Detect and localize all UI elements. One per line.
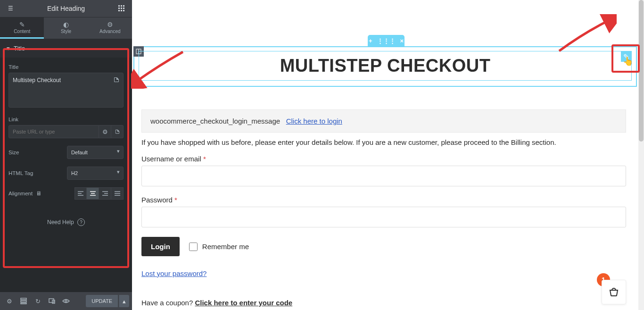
link-options-button[interactable]: ⚙ <box>99 125 111 138</box>
cart-button[interactable] <box>602 280 626 304</box>
canvas: + ⋮⋮⋮ × MULTISTEP CHECKOUT ✎ 👆 woocommer… <box>132 0 638 310</box>
htmltag-select[interactable]: H2 <box>67 167 124 180</box>
panel-header: ☰ Edit Heading <box>0 0 132 17</box>
svg-rect-8 <box>123 10 124 11</box>
link-input[interactable] <box>8 125 99 138</box>
size-label: Size <box>8 150 19 155</box>
heading-widget-frame[interactable]: MULTISTEP CHECKOUT ✎ 👆 <box>139 51 632 81</box>
alignment-label: Alignment 🖥 <box>8 191 41 196</box>
panel-footer: ⚙ ↻ UPDATE ▴ <box>0 292 132 310</box>
coupon-message: Have a coupon? Click here to enter your … <box>141 299 626 307</box>
apps-icon[interactable] <box>115 2 128 15</box>
tab-advanced-label: Advanced <box>99 29 120 34</box>
editor-panel: ☰ Edit Heading ✎ Content ◐ Style ⚙ Advan… <box>0 0 132 310</box>
edit-section-button[interactable]: ⋮⋮⋮ <box>377 37 396 44</box>
link-label: Link <box>8 117 124 122</box>
pencil-icon: ✎ <box>19 21 25 28</box>
caret-down-icon: ▾ <box>7 45 10 52</box>
settings-button[interactable]: ⚙ <box>3 294 16 308</box>
svg-rect-23 <box>21 303 26 304</box>
svg-rect-7 <box>121 10 122 11</box>
scrollbar-thumb[interactable] <box>639 0 644 142</box>
section-title-label: Title <box>14 45 25 52</box>
menu-icon[interactable]: ☰ <box>4 2 17 15</box>
add-section-button[interactable]: + <box>369 37 372 44</box>
update-button[interactable]: UPDATE <box>86 295 118 307</box>
lost-password-link[interactable]: Lost your password? <box>141 269 206 277</box>
svg-point-26 <box>65 300 67 302</box>
coupon-link[interactable]: Click here to enter your code <box>195 299 292 307</box>
checkout-content: woocommerce_checkout_login_message Click… <box>141 109 626 307</box>
instructions-text: If you have shopped with us before, plea… <box>141 138 626 146</box>
align-left-button[interactable] <box>74 187 87 200</box>
preview-button[interactable] <box>59 294 73 308</box>
panel-tabs: ✎ Content ◐ Style ⚙ Advanced <box>0 17 132 39</box>
title-label: Title <box>8 64 124 70</box>
svg-rect-21 <box>21 298 26 300</box>
login-link[interactable]: Click here to login <box>286 117 342 125</box>
controls-container: Title Link ⚙ Size Default <box>0 58 132 233</box>
history-button[interactable]: ↻ <box>31 294 44 308</box>
login-banner: woocommerce_checkout_login_message Click… <box>141 109 626 133</box>
help-icon: ? <box>77 218 85 226</box>
title-textarea[interactable] <box>8 73 124 108</box>
svg-rect-24 <box>49 299 54 302</box>
password-label: Password * <box>141 196 626 204</box>
tab-content[interactable]: ✎ Content <box>0 17 44 39</box>
link-dynamic-button[interactable] <box>111 125 124 138</box>
edit-widget-button[interactable]: ✎ 👆 <box>621 51 631 62</box>
heading-text: MULTISTEP CHECKOUT <box>280 56 491 76</box>
tab-style-label: Style <box>61 29 71 34</box>
align-right-button[interactable] <box>99 187 111 200</box>
section-toolbar: + ⋮⋮⋮ × <box>368 35 405 46</box>
update-options-button[interactable]: ▴ <box>119 295 129 307</box>
svg-rect-22 <box>21 301 26 302</box>
desktop-icon: 🖥 <box>36 191 41 196</box>
tab-advanced[interactable]: ⚙ Advanced <box>88 17 132 39</box>
username-label: Username or email * <box>141 155 626 163</box>
login-banner-hook: woocommerce_checkout_login_message <box>150 117 280 125</box>
navigator-button[interactable] <box>17 294 30 308</box>
align-center-button[interactable] <box>87 187 99 200</box>
svg-rect-1 <box>121 5 122 7</box>
password-input[interactable] <box>141 207 626 227</box>
alignment-buttons <box>74 187 124 200</box>
tab-content-label: Content <box>14 29 30 34</box>
svg-rect-6 <box>118 10 120 11</box>
tab-style[interactable]: ◐ Style <box>44 17 88 39</box>
remember-me-checkbox[interactable] <box>189 243 198 251</box>
gear-icon: ⚙ <box>107 21 113 28</box>
align-justify-button[interactable] <box>111 187 124 200</box>
username-input[interactable] <box>141 166 626 186</box>
svg-rect-5 <box>123 8 124 9</box>
svg-rect-3 <box>118 8 120 9</box>
svg-rect-2 <box>123 5 124 7</box>
size-select[interactable]: Default <box>67 146 124 159</box>
delete-section-button[interactable]: × <box>400 37 404 44</box>
cursor-icon: 👆 <box>623 56 633 67</box>
svg-rect-4 <box>121 8 122 9</box>
scrollbar[interactable] <box>638 0 644 310</box>
htmltag-label: HTML Tag <box>8 170 33 176</box>
help-link[interactable]: Need Help ? <box>8 218 124 226</box>
remember-me-label[interactable]: Remember me <box>189 243 249 251</box>
svg-rect-0 <box>118 5 120 7</box>
panel-title: Edit Heading <box>17 5 115 12</box>
login-button[interactable]: Login <box>141 237 180 256</box>
dynamic-tags-button[interactable] <box>111 75 122 85</box>
responsive-button[interactable] <box>45 294 58 308</box>
section-title-header[interactable]: ▾ Title <box>0 39 132 58</box>
contrast-icon: ◐ <box>63 21 69 28</box>
